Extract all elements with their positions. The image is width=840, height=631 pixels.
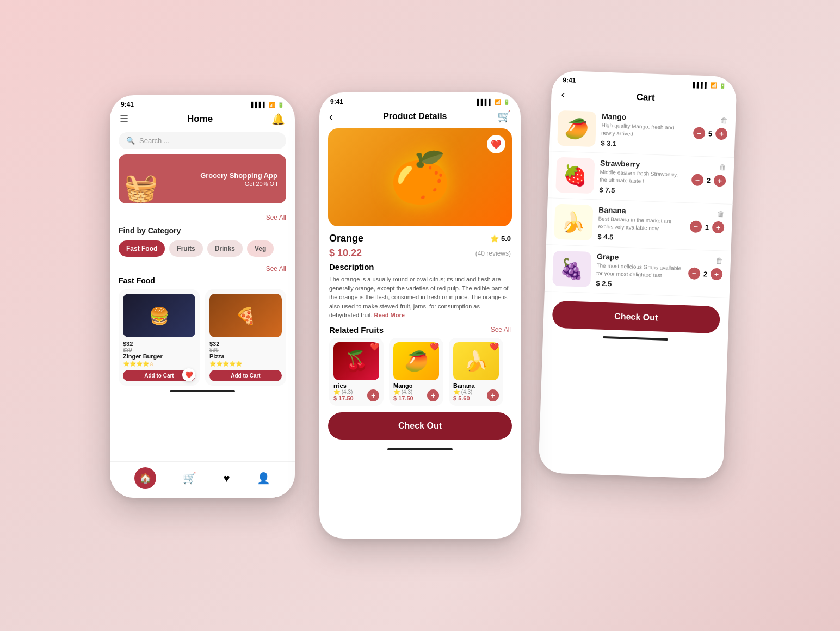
cart-grape-desc: The most delicious Graps available for y… [596,262,683,280]
search-placeholder: Search ... [139,137,170,145]
cart-mango-img: 🥭 [557,110,596,147]
related-grid: 🍒 ❤️ rries ⭐ (4.3) $ 17.50 + 🥭 ❤️ Mango … [319,338,521,406]
delete-strawberry[interactable]: 🗑 [719,163,727,171]
rating-badge: ⭐ 5.0 [490,234,511,243]
banana-qty-controls: − 1 + [690,220,725,233]
description-title: Description [329,262,511,271]
pizza-name: Pizza [209,353,282,360]
nav-heart[interactable]: ♥ [224,472,230,485]
mango-heart[interactable]: ❤️ [430,342,439,351]
cart-title: Cart [565,89,727,106]
strawberry-minus[interactable]: − [691,174,704,186]
delete-mango[interactable]: 🗑 [720,116,728,125]
products-grid: 🍔 $32 $39 Zinger Burger ⭐⭐⭐⭐☆ Add to Car… [110,289,295,386]
cat-fast-food[interactable]: Fast Food [119,240,165,257]
related-berries: 🍒 ❤️ rries ⭐ (4.3) $ 17.50 + [329,338,384,406]
menu-icon[interactable]: ☰ [120,113,128,125]
grape-plus[interactable]: + [711,268,723,281]
cat-drinks[interactable]: Drinks [207,240,243,257]
search-icon: 🔍 [126,137,135,145]
strawberry-plus[interactable]: + [714,175,726,187]
banana-minus[interactable]: − [690,220,702,233]
checkout-btn-right[interactable]: Check Out [552,301,720,334]
cart-banana-actions: 🗑 − 1 + [690,208,725,233]
promo-banner: 🧺 Grocery Shopping App Get 20% Off [119,154,286,203]
berries-add[interactable]: + [367,389,379,401]
back-icon[interactable]: ‹ [329,110,333,123]
checkout-btn-center[interactable]: Check Out [328,412,512,440]
cart-strawberry-img: 🍓 [555,157,595,194]
time-left: 9:41 [121,101,134,108]
read-more-link[interactable]: Read More [374,312,405,318]
grape-qty-controls: − 2 + [688,267,723,280]
cart-phone: 9:41 ▌▌▌▌ 📶 🔋 ‹ Cart 🥭 Mango High-qualit… [538,70,737,479]
page-title: Product Details [383,112,447,121]
mango-qty: 5 [708,129,713,138]
nav-cart[interactable]: 🛒 [183,472,196,485]
status-icons-right: ▌▌▌▌ 📶 🔋 [693,82,726,89]
status-bar-left: 9:41 ▌▌▌▌ 📶 🔋 [110,95,295,110]
time-right: 9:41 [563,76,576,84]
wifi-icon-r: 📶 [711,82,717,88]
delete-banana[interactable]: 🗑 [717,209,725,218]
signal-icon-c: ▌▌▌▌ [477,99,492,105]
burger-old-price: $39 [123,347,195,353]
banana-plus[interactable]: + [712,221,725,234]
banner-image: 🧺 [124,172,158,203]
burger-heart[interactable]: ❤️ [182,368,195,381]
burger-stars: ⭐⭐⭐⭐☆ [123,361,195,367]
signal-icon: ▌▌▌▌ [251,102,267,108]
home-indicator [170,390,235,392]
related-see-all[interactable]: See All [491,326,511,333]
banana-add[interactable]: + [487,389,499,401]
berries-name: rries [333,382,379,389]
time-center: 9:41 [330,98,343,106]
banana-name: Banana [453,382,499,389]
delete-grape[interactable]: 🗑 [715,256,724,265]
see-all-banner[interactable]: See All [266,214,286,221]
fast-food-section-title: Fast Food [110,276,295,285]
search-bar[interactable]: 🔍 Search ... [119,132,286,149]
nav-home[interactable]: 🏠 [134,467,156,489]
reviews-text: (40 reviews) [475,250,511,257]
related-title: Related Fruits [329,325,384,335]
nav-profile[interactable]: 👤 [257,472,270,485]
cat-veg[interactable]: Veg [247,240,274,257]
cart-banana-price: $ 4.5 [597,232,684,244]
mango-plus[interactable]: + [715,128,728,140]
pizza-add-cart[interactable]: Add to Cart [209,370,282,381]
cart-strawberry-price: $ 7.5 [599,185,685,197]
banner-text: Grocery Shopping App Get 20% Off [200,171,277,187]
hero-heart-btn[interactable]: ❤️ [487,135,505,153]
signal-icon-r: ▌▌▌▌ [693,82,709,88]
cart-grape-price: $ 2.5 [596,279,682,290]
cart-icon[interactable]: 🛒 [497,110,511,123]
product-price-big: $ 10.22 [329,248,362,259]
description-text: The orange is a usually round or oval ci… [329,275,511,320]
notification-icon[interactable]: 🔔 [271,113,285,126]
cart-mango-price: $ 3.1 [601,139,687,150]
home-phone: 9:41 ▌▌▌▌ 📶 🔋 ☰ Home 🔔 🔍 Search ... 🧺 Gr… [110,95,295,498]
mango-add[interactable]: + [427,389,439,401]
price-row: $ 10.22 (40 reviews) [329,248,511,259]
status-bar-center: 9:41 ▌▌▌▌ 📶 🔋 [319,92,521,108]
home-header: ☰ Home 🔔 [110,110,295,130]
pizza-image: 🍕 [209,294,282,337]
product-title: Orange [329,233,363,244]
battery-icon: 🔋 [277,102,284,108]
mango-minus[interactable]: − [693,127,706,139]
mango-qty-controls: − 5 + [693,127,728,140]
rating-value: 5.0 [501,234,511,243]
banana-heart[interactable]: ❤️ [490,342,499,351]
banana-qty: 1 [705,223,709,231]
cat-fruits[interactable]: Fruits [169,240,202,257]
banner-title: Grocery Shopping App [200,171,277,180]
product-details-header: ‹ Product Details 🛒 [319,108,521,128]
grape-minus[interactable]: − [688,267,701,280]
cart-strawberry-actions: 🗑 − 2 + [691,162,727,187]
product-info: Orange ⭐ 5.0 $ 10.22 (40 reviews) Descri… [319,226,521,320]
see-all-categories[interactable]: See All [266,265,286,273]
berries-heart[interactable]: ❤️ [370,342,379,351]
status-icons-center: ▌▌▌▌ 📶 🔋 [477,99,510,105]
right-indicator [603,336,668,341]
